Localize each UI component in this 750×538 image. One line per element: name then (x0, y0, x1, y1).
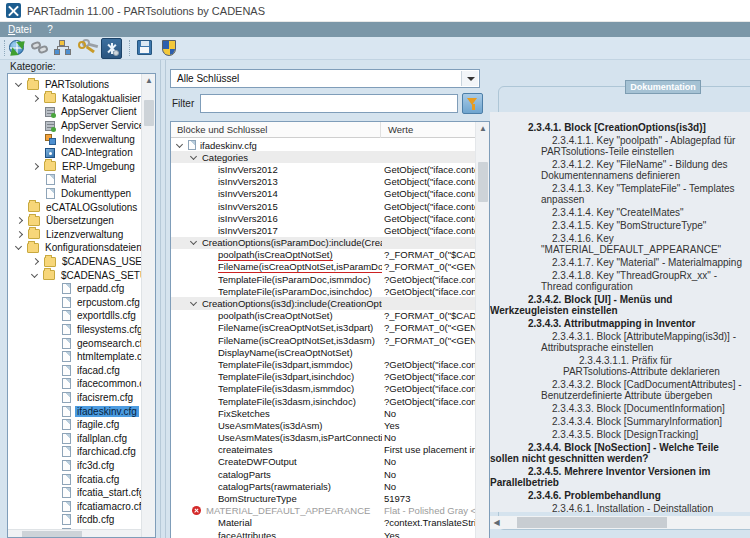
table-row-poolpath-iscreaoptnotset[interactable]: poolpath(isCreaOptNotSet)?_FORMAT_0("$CA… (171, 249, 475, 261)
filter-button[interactable] (462, 93, 483, 114)
tree-item-cadenas-setup[interactable]: $CADENAS_SETUP (8, 268, 141, 282)
doc-entry-2-3-4-1-8-k[interactable]: 2.3.4.1.8. Key "ThreadGroupRx_xx" - Thre… (490, 270, 742, 292)
dropdown-button[interactable] (461, 71, 478, 86)
table-row-creationoptions-is3d-include-creationoptions[interactable]: CreationOptions(is3d):include(CreationOp… (171, 297, 475, 309)
tree-item-dokumenttypen[interactable]: Dokumenttypen (8, 187, 141, 201)
doc-entry-2-3-4-3-att[interactable]: 2.3.4.3. Attributmapping in Inventor (490, 318, 742, 329)
doc-scrollbar-thumb[interactable] (517, 517, 667, 528)
table-row-isinvvers2017[interactable]: isInvVers2017GetObject("iface.context: (171, 224, 475, 236)
doc-entry-2-3-4-3-4-b[interactable]: 2.3.4.3.4. Block [SummaryInformation] (490, 416, 742, 427)
tree-item-bersetzungen[interactable]: Übersetzungen (8, 214, 141, 228)
tree-item-material[interactable]: Material (8, 173, 141, 187)
tree-item-ifc3d-cfg[interactable]: ifc3d.cfg (8, 459, 141, 473)
tree-item-appserver-client[interactable]: AppServer Client (8, 105, 141, 119)
table-row-useasmmates-is3dasm-ispartconnectionas[interactable]: UseAsmMates(is3dasm,isPartConnectionAs..… (171, 432, 475, 444)
doc-entry-2-3-4-1-3-k[interactable]: 2.3.4.1.3. Key "TemplateFile" - Template… (490, 183, 742, 205)
doc-entry-2-3-4-4-blo[interactable]: 2.3.4.4. Block [NoSection] - Welche Teil… (490, 442, 742, 464)
tree-item-ecatalogsolutions[interactable]: eCATALOGsolutions (8, 200, 141, 214)
table-row-faceattributes[interactable]: faceAttributesYes (171, 529, 475, 538)
tree-item-ifcatia-cfg[interactable]: ifcatia.cfg (8, 472, 141, 486)
table-row-catalogparts-rawmaterials[interactable]: catalogParts(rawmaterials)No (171, 480, 475, 492)
table-row-fixsketches[interactable]: FixSketchesNo (171, 407, 475, 419)
column-header-values[interactable]: Werte (382, 122, 475, 138)
table-row-templatefile-is3dasm-ismmdoc[interactable]: TemplateFile(is3dasm,ismmdoc)?GetObject(… (171, 383, 475, 395)
table-row-isinvvers2016[interactable]: isInvVers2016GetObject("iface.context: (171, 212, 475, 224)
table-vertical-scrollbar[interactable]: ▲ (475, 122, 489, 538)
doc-entry-2-3-4-6-pro[interactable]: 2.3.4.6. Problembehandlung (490, 490, 742, 501)
tree-item-geomsearch-cfg[interactable]: geomsearch.cfg (8, 336, 141, 350)
doc-entry-2-3-4-1-4-k[interactable]: 2.3.4.1.4. Key "CreateIMates" (490, 207, 742, 218)
table-row-catalogparts[interactable]: catalogPartsNo (171, 468, 475, 480)
table-row-templatefile-isparamdoc-ismmdoc[interactable]: TemplateFile(isParamDoc,ismmdoc)?GetObje… (171, 273, 475, 285)
tree-item-filesystems-cfg[interactable]: filesystems.cfg (8, 323, 141, 337)
table-row-displayname-iscreaoptnotset[interactable]: DisplayName(isCreaOptNotSet) (171, 346, 475, 358)
doc-entry-2-3-4-1-2-k[interactable]: 2.3.4.1.2. Key "FileName" - Bildung des … (490, 159, 742, 181)
filter-input[interactable] (200, 94, 458, 113)
table-row-isinvvers2014[interactable]: isInvVers2014GetObject("iface.context: (171, 188, 475, 200)
doc-entry-2-3-4-3-1-1[interactable]: 2.3.4.3.1.1. Präfix für PARTsolutions-At… (490, 355, 742, 377)
table-row-templatefile-is3dasm-isinchdoc[interactable]: TemplateFile(is3dasm,isinchdoc)?GetObjec… (171, 395, 475, 407)
refresh-catalog-icon[interactable] (8, 39, 27, 58)
security-shield-icon[interactable] (160, 39, 179, 58)
tree-item-ifcatiamacro-cfg[interactable]: ifcatiamacro.cfg (8, 499, 141, 513)
cad-integration-config-icon[interactable] (101, 38, 122, 59)
scroll-up-icon[interactable]: ▲ (142, 74, 156, 88)
table-row-useasmmates-is3dasm[interactable]: UseAsmMates(is3dAsm)Yes (171, 419, 475, 431)
transfer-link-icon[interactable] (31, 39, 50, 58)
table-row-isinvvers2015[interactable]: isInvVers2015GetObject("iface.context: (171, 200, 475, 212)
table-row-categories[interactable]: Categories (171, 151, 475, 163)
tree-item-erpcustom-cfg[interactable]: erpcustom.cfg (8, 296, 141, 310)
column-header-blocks[interactable]: Blöcke und Schlüssel (171, 122, 381, 138)
table-row-material[interactable]: Material?context.TranslateStringIn (171, 517, 475, 529)
doc-entry-2-3-4-2-blo[interactable]: 2.3.4.2. Block [UI] - Menüs und Werkzeug… (490, 294, 742, 316)
doc-entry-2-3-4-3-2-b[interactable]: 2.3.4.3.2. Block [CadDocumentAttributes]… (490, 379, 742, 401)
tree-item-ifacisrem-cfg[interactable]: ifacisrem.cfg (8, 391, 141, 405)
menu-item-[interactable]: ? (39, 22, 61, 37)
table-row-filename-iscreaoptnotset-isparamdoc[interactable]: FileName(isCreaOptNotSet,isParamDoc)?_FO… (171, 261, 475, 273)
panel-splitter[interactable] (160, 60, 166, 538)
table-row-bomstructuretype[interactable]: BomStructureType51973 (171, 492, 475, 504)
tree-item-ifallplan-cfg[interactable]: ifallplan.cfg (8, 431, 141, 445)
table-scrollbar-thumb[interactable] (478, 162, 488, 202)
tree-horizontal-scrollbar[interactable] (8, 529, 141, 537)
tree-item-cad-integration[interactable]: CAD-Integration (8, 146, 141, 160)
table-row-isinvvers2012[interactable]: isInvVers2012GetObject("iface.context: (171, 163, 475, 175)
doc-entry-2-3-4-3-3-b[interactable]: 2.3.4.3.3. Block [DocumentInformation] (490, 403, 742, 414)
tree-item-cadenas-user[interactable]: $CADENAS_USER (8, 255, 141, 269)
tree-item-indexverwaltung[interactable]: Indexverwaltung (8, 132, 141, 146)
menu-item-datei[interactable]: Datei (0, 22, 39, 37)
table-row-templatefile-is3dpart-isinchdoc[interactable]: TemplateFile(is3dpart,isinchdoc)?GetObje… (171, 371, 475, 383)
doc-entry-2-3-4-6-1-i[interactable]: 2.3.4.6.1. Installation - Deinstallation (490, 503, 742, 512)
tree-item-ifagile-cfg[interactable]: ifagile.cfg (8, 418, 141, 432)
doc-entry-2-3-4-1-7-k[interactable]: 2.3.4.1.7. Key "Material" - Materialmapp… (490, 257, 742, 268)
scroll-left-icon[interactable]: ◀ (490, 516, 503, 529)
doc-entry-2-3-4-1-1-k[interactable]: 2.3.4.1.1. Key "poolpath" - Ablagepfad f… (490, 135, 742, 157)
table-row-templatefile-is3dpart-ismmdoc[interactable]: TemplateFile(is3dpart,ismmdoc)?GetObject… (171, 358, 475, 370)
table-row-createimates[interactable]: createimatesFirst use placement infor (171, 444, 475, 456)
table-row-filename-iscreaoptnotset-is3dpart[interactable]: FileName(isCreaOptNotSet,is3dpart)?_FORM… (171, 322, 475, 334)
doc-entry-2-3-4-3-1-b[interactable]: 2.3.4.3.1. Block [AttributeMapping(is3d)… (490, 331, 742, 353)
tree-item-ifadeskinv-cfg[interactable]: ifadeskinv.cfg (8, 404, 141, 418)
tree-vertical-scrollbar[interactable]: ▲ (141, 74, 155, 537)
tree-item-ifcdb-cfg[interactable]: ifcdb.cfg (8, 513, 141, 527)
table-row-createdwfoutput[interactable]: CreateDWFOutputNo (171, 456, 475, 468)
doc-entry-2-3-4-1-5-k[interactable]: 2.3.4.1.5. Key "BomStructureType" (490, 220, 742, 231)
save-icon[interactable] (136, 39, 155, 58)
table-row-poolpath-iscreaoptnotset[interactable]: poolpath(isCreaOptNotSet)?_FORMAT_0("$CA… (171, 310, 475, 322)
license-keys-icon[interactable] (78, 39, 97, 58)
tree-item-erpadd-cfg[interactable]: erpadd.cfg (8, 282, 141, 296)
tree-hscrollbar-thumb[interactable] (22, 531, 82, 537)
table-row-ifadeskinv-cfg[interactable]: ifadeskinv.cfg (171, 139, 475, 151)
tree-item-partsolutions[interactable]: PARTsolutions (8, 78, 141, 92)
index-management-icon[interactable] (54, 39, 73, 58)
doc-entry-2-3-4-1-blo[interactable]: 2.3.4.1. Block [CreationOptions(is3d)] (490, 122, 742, 133)
table-row-filename-iscreaoptnotset-is3dasm[interactable]: FileName(isCreaOptNotSet,is3dasm)?_FORMA… (171, 334, 475, 346)
tree-item-ifarchicad-cfg[interactable]: ifarchicad.cfg (8, 445, 141, 459)
tree-item-konfigurationsdateien[interactable]: Konfigurationsdateien (8, 241, 141, 255)
table-row-templatefile-isparamdoc-isinchdoc[interactable]: TemplateFile(isParamDoc,isinchdoc)?GetOb… (171, 285, 475, 297)
tree-item-ifacad-cfg[interactable]: ifacad.cfg (8, 363, 141, 377)
doc-horizontal-scrollbar[interactable]: ◀ (490, 516, 750, 529)
tree-item-erp-umgebung[interactable]: ERP-Umgebung (8, 160, 141, 174)
tree-item-ifacecommon-cfg[interactable]: ifacecommon.cfg (8, 377, 141, 391)
doc-entry-2-3-4-3-5-b[interactable]: 2.3.4.3.5. Block [DesignTracking] (490, 429, 742, 440)
